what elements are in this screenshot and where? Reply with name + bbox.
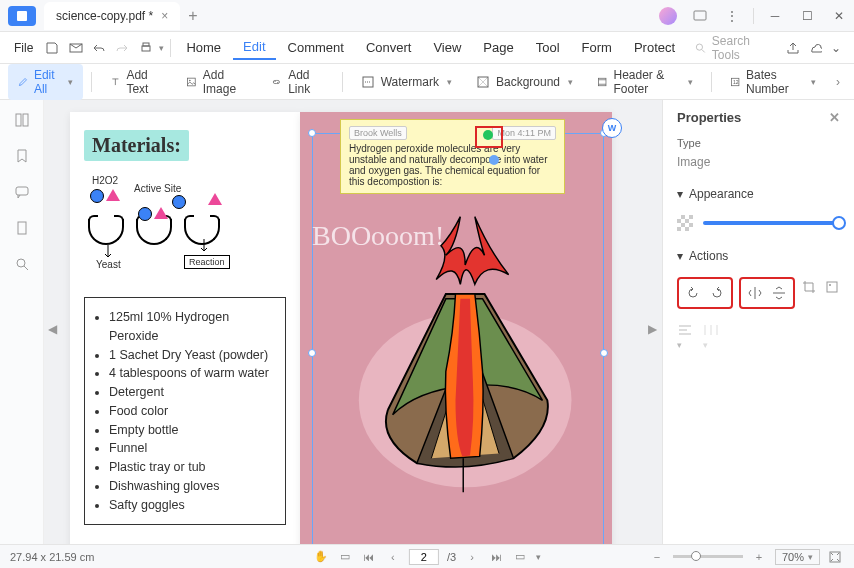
first-page-icon[interactable]: ⏮ (361, 551, 377, 563)
menu-home[interactable]: Home (176, 36, 231, 59)
close-tab-icon[interactable]: × (161, 9, 168, 23)
replace-image-button[interactable] (824, 277, 841, 297)
search-panel-icon[interactable] (10, 252, 34, 276)
next-page-arrow[interactable]: ▶ (648, 322, 658, 336)
opacity-slider[interactable] (703, 221, 840, 225)
minimize-button[interactable]: ─ (760, 1, 790, 31)
menu-form[interactable]: Form (572, 36, 622, 59)
list-item: Plastic tray or tub (109, 458, 277, 477)
svg-point-20 (829, 284, 831, 286)
thumbnails-icon[interactable] (10, 108, 34, 132)
resize-handle-tl[interactable] (308, 129, 316, 137)
watermark-button[interactable]: Watermark ▾ (351, 71, 462, 93)
menu-page[interactable]: Page (473, 36, 523, 59)
bates-icon: 12 (730, 75, 740, 89)
maximize-button[interactable]: ☐ (792, 1, 822, 31)
svg-rect-0 (17, 11, 27, 21)
undo-icon[interactable] (88, 36, 109, 60)
add-tab-button[interactable]: + (188, 7, 197, 25)
close-panel-icon[interactable]: ✕ (829, 110, 840, 125)
rotate-left-button[interactable] (683, 283, 703, 303)
svg-rect-13 (16, 114, 21, 126)
add-text-button[interactable]: Add Text (100, 64, 172, 100)
bates-number-button[interactable]: 12 Bates Number ▾ (720, 64, 826, 100)
word-badge[interactable]: W (602, 118, 622, 138)
next-page-icon[interactable]: › (464, 551, 480, 563)
menu-view[interactable]: View (423, 36, 471, 59)
edit-all-button[interactable]: Edit All ▾ (8, 64, 83, 100)
rotate-group (677, 277, 733, 309)
cloud-icon[interactable] (805, 37, 825, 59)
align-button[interactable]: ▾ (677, 323, 693, 351)
background-button[interactable]: Background ▾ (466, 71, 583, 93)
document-tab[interactable]: science-copy.pdf * × (44, 2, 180, 30)
bookmarks-icon[interactable] (10, 144, 34, 168)
zoom-value[interactable]: 70%▾ (775, 549, 820, 565)
comments-icon[interactable] (10, 180, 34, 204)
add-image-button[interactable]: Add Image (176, 64, 257, 100)
flip-horizontal-button[interactable] (745, 283, 765, 303)
distribute-button[interactable]: ▾ (703, 323, 719, 351)
message-icon[interactable] (685, 1, 715, 31)
svg-rect-16 (18, 222, 26, 234)
collapse-icon[interactable]: ⌄ (826, 37, 846, 59)
crop-button[interactable] (801, 277, 818, 297)
more-icon[interactable]: ⋮ (717, 1, 747, 31)
share-icon[interactable] (783, 37, 803, 59)
avatar-icon[interactable] (653, 1, 683, 31)
chevron-down-icon: ▾ (68, 77, 73, 87)
blue-dot (489, 155, 499, 165)
chevron-down-icon: ▾ (688, 77, 693, 87)
menu-tool[interactable]: Tool (526, 36, 570, 59)
resize-handle-ml[interactable] (308, 349, 316, 357)
page-dimensions: 27.94 x 21.59 cm (10, 551, 94, 563)
chevron-down-icon: ▾ (677, 187, 683, 201)
app-logo (8, 6, 36, 26)
zoom-thumb[interactable] (691, 551, 701, 561)
attachments-icon[interactable] (10, 216, 34, 240)
menu-edit[interactable]: Edit (233, 35, 275, 60)
properties-title: Properties (677, 110, 741, 125)
file-menu[interactable]: File (8, 37, 39, 59)
zoom-out-icon[interactable]: − (649, 551, 665, 563)
resize-handle-mr[interactable] (600, 349, 608, 357)
toolbar-overflow-icon[interactable]: › (830, 75, 846, 89)
list-item: Funnel (109, 439, 277, 458)
svg-rect-1 (694, 11, 706, 20)
rotate-right-button[interactable] (707, 283, 727, 303)
select-tool-icon[interactable]: ▭ (337, 550, 353, 563)
zoom-in-icon[interactable]: + (751, 551, 767, 563)
print-icon[interactable] (135, 36, 156, 60)
list-item: Detergent (109, 383, 277, 402)
zoom-slider[interactable] (673, 555, 743, 558)
prev-page-icon[interactable]: ‹ (385, 551, 401, 563)
flip-vertical-button[interactable] (769, 283, 789, 303)
page-total: /3 (447, 551, 456, 563)
search-tools[interactable]: Search Tools (687, 34, 781, 62)
prev-page-arrow[interactable]: ◀ (48, 322, 58, 336)
hand-tool-icon[interactable]: ✋ (313, 550, 329, 563)
slider-thumb[interactable] (832, 216, 846, 230)
background-icon (476, 75, 490, 89)
mail-icon[interactable] (65, 36, 86, 60)
fit-page-icon[interactable] (828, 550, 844, 564)
last-page-icon[interactable]: ⏭ (488, 551, 504, 563)
menu-comment[interactable]: Comment (278, 36, 354, 59)
list-item: 4 tablespoons of warm water (109, 364, 277, 383)
document-canvas[interactable]: ◀ ▶ Materials: H2O2 Active Site Yeast (44, 100, 662, 544)
redo-icon[interactable] (112, 36, 133, 60)
add-link-button[interactable]: Add Link (261, 64, 334, 100)
page-number-input[interactable] (409, 549, 439, 565)
menu-convert[interactable]: Convert (356, 36, 422, 59)
comment-note[interactable]: Brook Wells Mon 4:11 PM Hydrogen peroxid… (340, 119, 565, 194)
appearance-section[interactable]: ▾ Appearance (677, 187, 840, 201)
menubar: File ▾ Home Edit Comment Convert View Pa… (0, 32, 854, 64)
menu-protect[interactable]: Protect (624, 36, 685, 59)
page-right: Brook Wells Mon 4:11 PM Hydrogen peroxid… (300, 112, 612, 544)
svg-rect-19 (827, 282, 837, 292)
read-mode-icon[interactable]: ▭ (512, 550, 528, 563)
close-window-button[interactable]: ✕ (824, 1, 854, 31)
save-icon[interactable] (41, 36, 62, 60)
header-footer-button[interactable]: Header & Footer ▾ (587, 64, 703, 100)
actions-section[interactable]: ▾ Actions (677, 249, 840, 263)
